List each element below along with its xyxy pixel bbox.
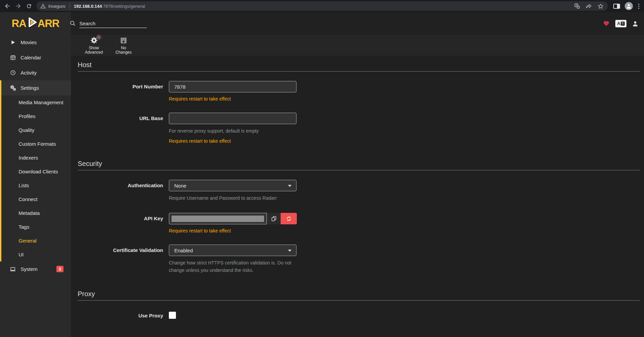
api-key-input[interactable] <box>169 213 267 224</box>
authentication-row: Authentication None Require Username and… <box>78 180 640 202</box>
gears-icon <box>9 85 16 91</box>
port-restart-warning: Requires restart to take effect <box>169 96 297 102</box>
certificate-validation-value: Enabled <box>174 248 193 253</box>
app-header: RA ARR A <box>0 12 644 35</box>
browser-back-button[interactable] <box>2 1 13 11</box>
user-icon[interactable] <box>632 20 639 27</box>
person-icon <box>626 3 632 9</box>
use-proxy-row: Use Proxy <box>78 310 640 320</box>
search-input[interactable] <box>79 19 147 28</box>
settings-group: Settings Media Management Profiles Quali… <box>0 80 71 261</box>
chevron-down-icon <box>288 185 291 187</box>
reload-icon <box>26 3 32 9</box>
url-base-label: URL Base <box>78 113 163 121</box>
sidebar-item-movies[interactable]: Movies <box>0 35 71 50</box>
browser-menu-icon[interactable] <box>638 3 640 9</box>
sidebar-item-label: Movies <box>21 39 37 45</box>
donate-heart-icon[interactable] <box>603 20 610 27</box>
show-advanced-button[interactable]: ✕ Show Advanced <box>81 35 107 55</box>
save-floppy-icon <box>120 37 127 44</box>
browser-forward-button[interactable] <box>13 1 24 11</box>
url-base-row: URL Base For reverse proxy support, defa… <box>78 113 640 144</box>
use-proxy-checkbox[interactable] <box>169 312 176 319</box>
section-title-host: Host <box>78 61 640 72</box>
sidebar-item-lists[interactable]: Lists <box>1 178 71 192</box>
sidebar-item-calendar[interactable]: Calendar <box>0 50 71 65</box>
regenerate-api-key-button[interactable] <box>281 213 297 224</box>
api-key-row: API Key <box>78 213 640 233</box>
copy-icon <box>271 216 277 222</box>
sidebar-item-ui[interactable]: UI <box>1 248 71 261</box>
sidebar-item-quality[interactable]: Quality <box>1 123 71 137</box>
authentication-helper: Require Username and Password to access … <box>169 194 297 202</box>
section-title-proxy: Proxy <box>78 290 640 301</box>
sidebar-item-label: Activity <box>21 70 37 76</box>
settings-general-page: Host Port Number Requires restart to tak… <box>71 56 644 337</box>
address-separator <box>70 3 70 9</box>
sidebar-item-label: System <box>21 266 37 272</box>
share-icon[interactable] <box>586 3 592 9</box>
url-path: :7878/settings/general <box>102 4 145 9</box>
translate-page-icon[interactable] <box>574 3 580 9</box>
play-icon <box>9 40 16 45</box>
save-changes-button[interactable]: No Changes <box>111 35 136 55</box>
sidebar-item-media-management[interactable]: Media Management <box>1 95 71 109</box>
profile-avatar[interactable] <box>625 2 633 10</box>
certificate-validation-select[interactable]: Enabled <box>169 245 297 256</box>
sidebar-item-activity[interactable]: Activity <box>0 65 71 80</box>
logo-text-right: ARR <box>37 18 59 30</box>
not-secure-warning-icon <box>41 4 46 9</box>
search-icon <box>70 20 76 27</box>
browser-reload-button[interactable] <box>24 1 34 11</box>
certificate-validation-helper: Change how strict HTTPS certification va… <box>169 259 297 274</box>
sidebar-item-label: Calendar <box>21 55 41 60</box>
browser-actions <box>611 2 642 10</box>
bookmark-star-icon[interactable] <box>597 3 604 9</box>
translate-extension-icon[interactable]: A <box>615 20 626 27</box>
page-toolbar: ✕ Show Advanced No Changes <box>71 35 644 56</box>
use-proxy-label: Use Proxy <box>78 310 163 318</box>
url-host: 192.168.0.144 <box>74 4 102 9</box>
no-changes-label-2: Changes <box>115 50 132 55</box>
sidebar-item-indexers[interactable]: Indexers <box>1 151 71 165</box>
url-base-input[interactable] <box>169 113 297 124</box>
api-key-restart-warning: Requires restart to take effect <box>169 228 297 233</box>
url-base-helper: For reverse proxy support, default is em… <box>169 127 297 135</box>
radarr-logo[interactable]: RA ARR <box>0 12 71 35</box>
logo-text-left: RA <box>12 18 26 30</box>
api-key-label: API Key <box>78 213 163 221</box>
sidebar-item-metadata[interactable]: Metadata <box>1 206 71 220</box>
authentication-select[interactable]: None <box>169 180 297 191</box>
sidebar: Movies Calendar Activity <box>0 35 71 337</box>
sidebar-item-tags[interactable]: Tags <box>1 220 71 234</box>
security-section: Security Authentication None Require Use… <box>78 160 640 274</box>
authentication-label: Authentication <box>78 180 163 188</box>
port-number-label: Port Number <box>78 81 163 89</box>
clock-icon <box>9 70 16 76</box>
side-panel-icon[interactable] <box>613 4 620 9</box>
sidebar-item-system[interactable]: System 3 <box>0 261 71 277</box>
laptop-icon <box>9 266 16 272</box>
chevron-down-icon <box>288 250 291 252</box>
sidebar-item-custom-formats[interactable]: Custom Formats <box>1 137 71 151</box>
port-number-input[interactable] <box>169 81 297 92</box>
copy-api-key-button[interactable] <box>267 213 281 224</box>
no-changes-label-1: No <box>121 46 126 50</box>
show-advanced-label-2: Advanced <box>85 50 103 55</box>
forward-arrow-icon <box>15 3 22 9</box>
advanced-off-badge: ✕ <box>96 35 101 40</box>
sidebar-item-download-clients[interactable]: Download Clients <box>1 165 71 178</box>
sidebar-item-label: Settings <box>21 85 39 91</box>
sidebar-item-profiles[interactable]: Profiles <box>1 109 71 123</box>
address-bar[interactable]: Inseguro 192.168.0.144:7878/settings/gen… <box>36 1 608 11</box>
sidebar-item-general[interactable]: General <box>1 234 71 248</box>
host-section: Host Port Number Requires restart to tak… <box>78 61 640 144</box>
certificate-validation-row: Certificate Validation Enabled Change ho… <box>78 245 640 274</box>
sidebar-item-connect[interactable]: Connect <box>1 192 71 206</box>
logo-play-icon <box>25 15 39 32</box>
back-arrow-icon <box>4 3 11 9</box>
browser-toolbar: Inseguro 192.168.0.144:7878/settings/gen… <box>0 0 644 12</box>
sidebar-item-settings[interactable]: Settings <box>1 80 71 95</box>
security-label: Inseguro <box>48 4 66 9</box>
show-advanced-label-1: Show <box>89 46 99 50</box>
